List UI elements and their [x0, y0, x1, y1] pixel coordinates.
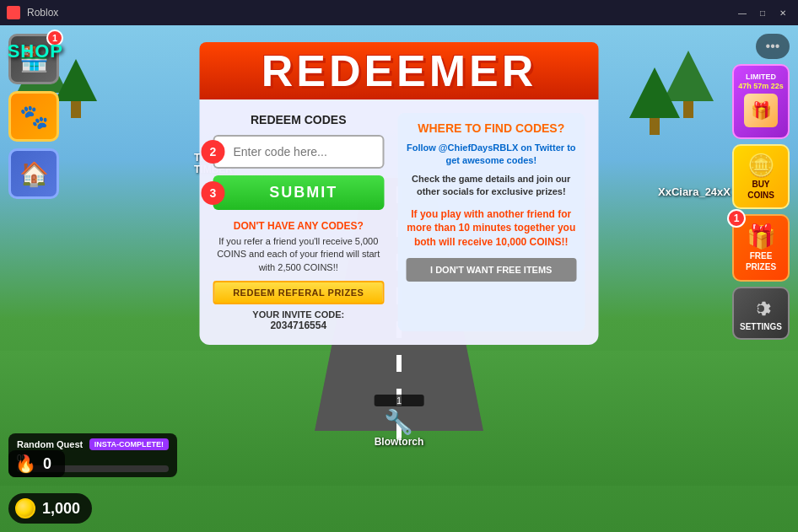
gear-icon	[747, 295, 774, 322]
quest-title: Random Quest	[17, 439, 83, 449]
minimize-button[interactable]: —	[734, 4, 751, 21]
coin-amount: 1,000	[42, 500, 80, 518]
redeem-codes-title: REDEEM CODES	[213, 113, 385, 126]
code-input-wrapper: 2	[213, 135, 385, 169]
free-prizes-button[interactable]: 1 🎁 FREE PRIZES	[732, 214, 790, 282]
quest-complete-button[interactable]: INSTA-COMPLETE!	[89, 438, 169, 450]
redeemer-modal: REDEEMER REDEEM CODES 2 3 SUBMIT DON'T H…	[200, 42, 599, 345]
find-codes-panel: WHERE TO FIND CODES? Follow @ChiefDaysRB…	[397, 113, 585, 331]
home-button[interactable]: 🏠	[8, 148, 59, 199]
tree-decoration	[629, 67, 680, 135]
no-codes-title: DON'T HAVE ANY CODES?	[213, 220, 385, 232]
fire-icon: 🔥	[15, 454, 36, 474]
buy-coins-label: BUY COINS	[747, 179, 774, 201]
friend-reward-text: If you play with another friend for more…	[406, 207, 577, 250]
limited-label: LIMITED	[746, 73, 776, 82]
quest-header: Random Quest INSTA-COMPLETE!	[17, 438, 169, 450]
coins-bar: 1,000	[8, 493, 92, 524]
limited-button[interactable]: LIMITED 47h 57m 22s 🎁	[732, 64, 790, 139]
step-2-circle: 2	[202, 140, 225, 164]
titlebar: Roblox — □ ✕	[0, 0, 798, 25]
left-sidebar: 🏪 1 SHOP 🐾 🏠	[8, 34, 59, 199]
more-button[interactable]: •••	[756, 34, 790, 59]
submit-wrapper: 3 SUBMIT	[213, 175, 385, 210]
limited-icon: 🎁	[744, 94, 778, 127]
code-input[interactable]	[213, 135, 385, 169]
no-free-items-button[interactable]: I DON'T WANT FREE ITEMS	[406, 258, 577, 282]
redeem-referal-button[interactable]: REDEEM REFERAL PRIZES	[213, 281, 385, 304]
username-label: XxCiara_24xX	[658, 185, 731, 198]
shop-label: SHOP	[8, 40, 63, 62]
right-sidebar: ••• LIMITED 47h 57m 22s 🎁 🪙 BUY COINS 1 …	[732, 34, 790, 340]
settings-label: SETTINGS	[740, 322, 782, 331]
twitter-link-text[interactable]: Follow @ChiefDaysRBLX on Twitter to get …	[406, 142, 577, 168]
fire-counter-value: 0	[43, 455, 51, 473]
blowtorch-count: 1	[375, 395, 424, 406]
titlebar-controls: — □ ✕	[734, 4, 791, 21]
coin-icon	[15, 498, 35, 519]
home-icon: 🏠	[19, 160, 49, 188]
sidebar-top: 🏪 1 SHOP	[8, 34, 59, 84]
invite-code-label: YOUR INVITE CODE: 2034716554	[213, 309, 385, 331]
check-details-text: Check the game details and join our othe…	[406, 173, 577, 199]
coins-icon: 🪙	[747, 153, 774, 179]
more-icon: •••	[766, 39, 780, 54]
settings-button[interactable]: SETTINGS	[732, 287, 790, 340]
buy-coins-button[interactable]: 🪙 BUY COINS	[732, 144, 790, 209]
submit-button[interactable]: SUBMIT	[213, 175, 385, 210]
titlebar-title: Roblox	[27, 7, 727, 19]
close-button[interactable]: ✕	[774, 4, 791, 21]
free-prizes-label: FREE PRIZES	[746, 250, 776, 272]
blowtorch-label: Blowtorch	[375, 436, 424, 448]
blowtorch-icon: 🔧	[375, 408, 424, 436]
roblox-logo	[7, 6, 20, 19]
no-codes-text: If you refer a friend you'll receive 5,0…	[213, 235, 385, 274]
step-3-circle: 3	[202, 181, 225, 205]
limited-timer: 47h 57m 22s	[738, 82, 784, 90]
pets-button[interactable]: 🐾	[8, 91, 59, 142]
free-prizes-badge: 1	[727, 209, 746, 228]
find-codes-title: WHERE TO FIND CODES?	[406, 121, 577, 135]
blowtorch-item[interactable]: 1 🔧 Blowtorch	[375, 395, 424, 448]
maximize-button[interactable]: □	[754, 4, 771, 21]
redeem-codes-panel: REDEEM CODES 2 3 SUBMIT DON'T HAVE ANY C…	[213, 113, 385, 331]
invite-code-value: 2034716554	[270, 320, 326, 331]
redeemer-panel: REDEEM CODES 2 3 SUBMIT DON'T HAVE ANY C…	[200, 99, 599, 345]
fire-counter: 🔥 0	[8, 450, 65, 477]
gift-icon: 🎁	[747, 223, 776, 250]
paw-icon: 🐾	[19, 103, 49, 131]
redeemer-title: REDEEMER	[200, 42, 599, 99]
